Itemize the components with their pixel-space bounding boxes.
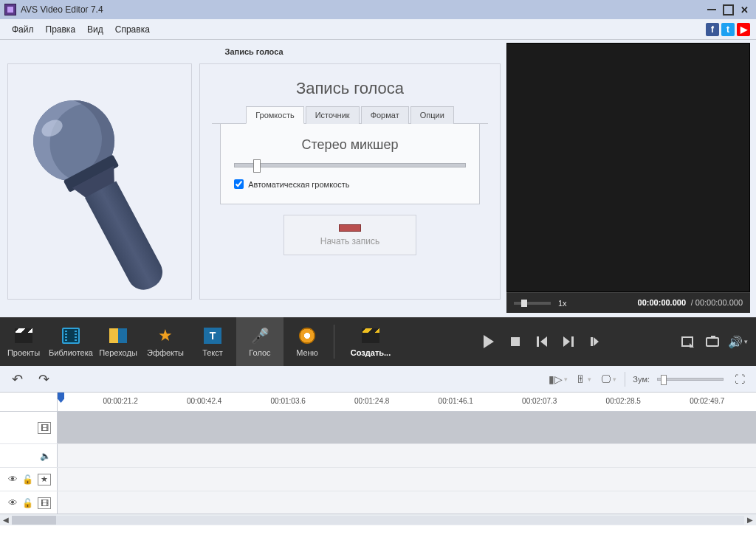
main-toolbar: Проекты Библиотека Переходы ★ Эффекты T … — [0, 317, 756, 366]
device-name: Стерео микшер — [302, 137, 399, 153]
track-overlay-audio[interactable]: 👁 🔓 🎞 — [0, 491, 756, 514]
voice-title: Запись голоса — [296, 79, 404, 98]
zoom-fit-button[interactable]: ⛶ — [731, 372, 749, 387]
tracks: 🎞 👁 🔓 ★ 👁 🔓 🎞 👁 🔓 — [0, 412, 756, 514]
menu-help[interactable]: Справка — [109, 21, 156, 38]
playback-speed: 1x — [558, 299, 567, 308]
timeline: 00:00:21.2 00:00:42.4 00:01:03.6 00:01:2… — [0, 393, 756, 525]
titlebar: AVS Video Editor 7.4 — [0, 0, 756, 19]
microphone-icon: 🎤 — [251, 327, 269, 345]
step-button[interactable] — [587, 334, 603, 350]
voice-tabs: Громкость Источник Формат Опции — [212, 106, 488, 124]
facebook-icon[interactable]: f — [706, 23, 719, 36]
tool-text[interactable]: T Текст — [189, 317, 236, 366]
tab-volume[interactable]: Громкость — [246, 106, 303, 124]
undo-button[interactable]: ↶ — [7, 371, 27, 387]
tool-effects[interactable]: ★ Эффекты — [142, 317, 189, 366]
time-ruler[interactable]: 00:00:21.2 00:00:42.4 00:01:03.6 00:01:2… — [0, 393, 756, 412]
fullscreen-button[interactable] — [679, 334, 695, 350]
track-effects[interactable]: 👁 🔓 ★ — [0, 468, 756, 491]
track-main-video[interactable]: 🎞 — [0, 412, 756, 444]
stop-button[interactable] — [507, 334, 523, 350]
tab-source[interactable]: Источник — [306, 106, 360, 124]
twitter-icon[interactable]: t — [721, 23, 735, 36]
tool-library-label: Библиотека — [49, 348, 93, 357]
ruler-tick: 00:02:28.5 — [606, 397, 641, 405]
auto-volume-checkbox[interactable] — [234, 179, 244, 189]
audio-mix-button[interactable]: 🎚▾ — [574, 372, 592, 387]
tab-format[interactable]: Формат — [361, 106, 409, 124]
menu-edit[interactable]: Правка — [40, 21, 82, 38]
playhead-icon[interactable] — [58, 393, 64, 403]
film-icon: 🎞 — [38, 422, 51, 434]
tool-create[interactable]: Создать... — [337, 317, 404, 366]
window-minimize-button[interactable] — [704, 4, 719, 15]
tool-library[interactable]: Библиотека — [47, 317, 94, 366]
tool-transitions[interactable]: Переходы — [94, 317, 142, 366]
tool-text-label: Текст — [202, 348, 223, 357]
scroll-right-button[interactable]: ▶ — [744, 516, 756, 524]
start-record-label: Начать запись — [320, 236, 379, 246]
text-icon: T — [204, 328, 221, 344]
prev-frame-button[interactable] — [534, 334, 550, 350]
menu-view[interactable]: Вид — [81, 21, 109, 38]
tab-options[interactable]: Опции — [410, 106, 454, 124]
ruler-tick: 00:01:03.6 — [271, 397, 306, 405]
menubar: Файл Правка Вид Справка f t ▶ — [0, 19, 756, 40]
ruler-tick: 00:00:21.2 — [103, 397, 137, 405]
timeline-scrollbar[interactable]: ◀ ▶ — [0, 514, 756, 525]
snapshot-button[interactable] — [704, 334, 721, 350]
zoom-slider[interactable] — [657, 378, 724, 381]
zoom-label: Зум: — [633, 375, 650, 384]
scroll-left-button[interactable]: ◀ — [0, 516, 12, 524]
volume-button[interactable]: 🔊▾ — [729, 334, 746, 350]
tool-menu[interactable]: Меню — [284, 317, 331, 366]
time-current: 00:00:00.000 — [638, 298, 686, 307]
play-button[interactable] — [481, 334, 497, 350]
auto-volume-row[interactable]: Автоматическая громкость — [234, 179, 349, 189]
split-button[interactable]: ▮▷▾ — [549, 372, 567, 387]
next-frame-button[interactable] — [560, 334, 577, 350]
playback-controls — [404, 317, 679, 366]
start-record-button[interactable]: Начать запись — [284, 215, 416, 255]
tool-voice[interactable]: 🎤 Голос — [236, 317, 284, 366]
ruler-tick: 00:01:46.1 — [439, 397, 473, 405]
lock-icon[interactable]: 🔓 — [22, 498, 33, 508]
clapboard-icon — [15, 328, 32, 343]
preview-timebar: 1x 00:00:00.000 / 00:00:00.000 — [506, 292, 750, 313]
tab-volume-body: Стерео микшер Автоматическая громкость — [220, 124, 480, 204]
voice-record-panel: Запись голоса Запись голоса Громкость Ис… — [0, 40, 506, 317]
window-maximize-button[interactable] — [721, 4, 735, 15]
microphone-illustration — [7, 63, 192, 300]
speed-slider[interactable] — [514, 302, 551, 305]
preview-panel: 1x 00:00:00.000 / 00:00:00.000 — [506, 43, 750, 313]
redo-button[interactable]: ↷ — [34, 371, 53, 387]
star-icon: ★ — [38, 474, 51, 485]
tool-transitions-label: Переходы — [99, 348, 137, 357]
app-icon — [4, 4, 16, 15]
social-links: f t ▶ — [706, 23, 750, 36]
clapboard-produce-icon — [362, 328, 379, 343]
eye-icon[interactable]: 👁 — [8, 497, 18, 508]
eye-icon[interactable]: 👁 — [8, 474, 18, 485]
display-button[interactable]: 🖵▾ — [599, 372, 617, 387]
youtube-icon[interactable]: ▶ — [737, 23, 750, 36]
lock-icon[interactable]: 🔓 — [22, 474, 33, 485]
panel-header: Запись голоса — [7, 43, 501, 63]
menu-file[interactable]: Файл — [6, 21, 40, 38]
ruler-tick: 00:00:42.4 — [187, 397, 221, 405]
transitions-icon — [109, 328, 127, 343]
speaker-icon — [40, 450, 51, 461]
tool-projects[interactable]: Проекты — [0, 317, 47, 366]
ruler-body[interactable]: 00:00:21.2 00:00:42.4 00:01:03.6 00:01:2… — [58, 393, 756, 411]
window-close-button[interactable] — [737, 4, 752, 15]
time-total: 00:00:00.000 — [695, 298, 743, 307]
tool-menu-label: Меню — [296, 348, 318, 357]
track-main-audio[interactable] — [0, 444, 756, 468]
volume-slider[interactable] — [234, 163, 466, 167]
film-icon — [62, 328, 80, 344]
ruler-tick: 00:02:07.3 — [522, 397, 557, 405]
video-preview[interactable] — [506, 43, 750, 292]
tool-voice-label: Голос — [249, 348, 270, 357]
scroll-handle[interactable] — [12, 516, 56, 525]
